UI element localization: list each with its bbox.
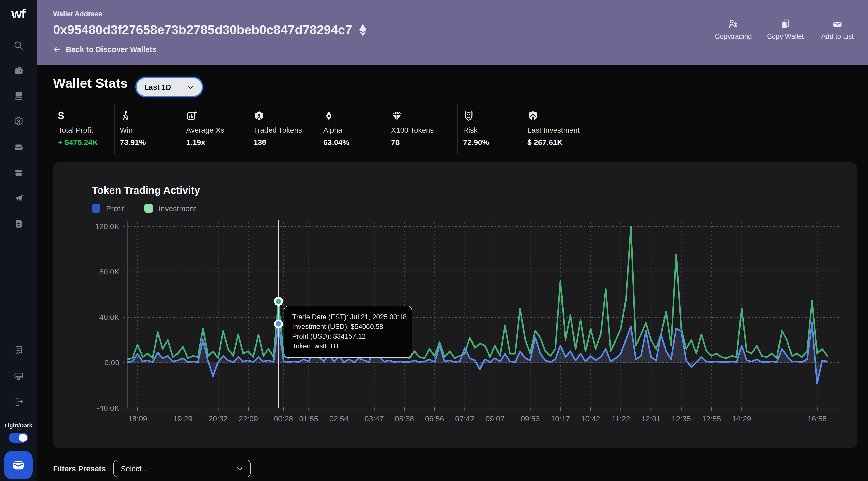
sidebar-item-tokens[interactable]	[0, 116, 37, 126]
y-tick-label: 80.0K	[99, 268, 119, 276]
trading-activity-card: Token Trading Activity Profit Investment…	[53, 162, 857, 448]
sidebar-item-layers[interactable]	[0, 167, 37, 178]
arrow-left-icon	[53, 45, 61, 53]
x-tick-label: 20:32	[209, 415, 228, 423]
x-tick-label: 03:47	[365, 415, 384, 423]
x-tick-label: 12:01	[642, 415, 661, 423]
chart-title: Token Trading Activity	[92, 185, 200, 197]
tooltip-trade-date: Trade Date (EST): Jul 21, 2025 00:18	[292, 312, 403, 322]
copytrading-button[interactable]: Copytrading	[710, 18, 757, 40]
monitor-icon	[13, 371, 24, 382]
stat-alpha: Alpha 63.04%	[318, 104, 386, 154]
legend-item-profit[interactable]: Profit	[92, 204, 124, 213]
back-to-discover-link[interactable]: Back to Discover Wallets	[53, 45, 157, 54]
tooltip-investment: Investment (USD): $54060.58	[292, 322, 403, 332]
x-tick-label: 22:09	[239, 415, 258, 423]
stats-row: $ Total Profit + $475.24K Win 73.91% Ave…	[53, 104, 587, 154]
time-range-select[interactable]: Last 1D	[137, 78, 202, 96]
filters-presets-select[interactable]: Select...	[113, 459, 251, 477]
chart-legend: Profit Investment	[92, 204, 196, 213]
wallet-card-icon	[832, 18, 843, 30]
telegram-icon	[13, 193, 24, 204]
sidebar-item-logout[interactable]	[0, 396, 37, 407]
copy-wallet-label: Copy Wallet	[767, 33, 804, 40]
stat-value: 72.90%	[463, 138, 522, 146]
legend-item-investment[interactable]: Investment	[144, 204, 196, 213]
light-dark-label: Light/Dark	[0, 422, 37, 428]
stat-risk: Risk 72.90%	[458, 104, 522, 154]
add-to-list-label: Add to List	[821, 33, 854, 40]
investment-swatch	[144, 204, 153, 213]
stat-label: Risk	[463, 126, 522, 134]
trading-chart-svg[interactable]: 120.0K80.0K40.0K0.00-40.0K18:0919:2920:3…	[62, 219, 847, 439]
toggle-knob	[19, 433, 27, 442]
stat-value: 78	[391, 138, 458, 146]
search-icon	[13, 40, 24, 51]
x-tick-label: 12:35	[672, 415, 691, 423]
ledger-icon	[13, 90, 24, 101]
stat-traded-tokens: Traded Tokens 138	[248, 104, 318, 154]
y-tick-label: 40.0K	[99, 313, 119, 321]
investment-marker-dot	[275, 298, 282, 305]
sidebar-item-document[interactable]	[0, 218, 37, 229]
x-tick-label: 00:28	[274, 415, 293, 423]
copy-icon	[780, 18, 791, 30]
time-range-value: Last 1D	[144, 83, 171, 91]
x-tick-label: 16:58	[808, 415, 827, 423]
document-icon	[13, 218, 24, 229]
chart-plus-icon	[186, 109, 248, 121]
x-tick-label: 19:29	[174, 415, 192, 423]
legend-label: Investment	[159, 204, 196, 213]
stat-label: Traded Tokens	[253, 126, 318, 134]
stat-label: Last Investment	[527, 126, 586, 134]
stat-value: $ 267.61K	[527, 138, 586, 146]
stat-label: Average Xs	[186, 126, 248, 134]
sidebar-item-wallet[interactable]	[0, 65, 37, 76]
copy-wallet-button[interactable]: Copy Wallet	[762, 18, 809, 40]
sidebar: wf Light/Dark	[0, 0, 37, 481]
sidebar-item-ledger[interactable]	[0, 90, 37, 101]
token-cube-icon	[253, 109, 318, 121]
chevron-down-icon	[236, 465, 243, 472]
stat-label: Alpha	[323, 126, 385, 134]
profit-marker-dot	[275, 320, 282, 328]
x-tick-label: 06:56	[425, 415, 444, 423]
x-tick-label: 12:55	[702, 415, 721, 423]
sidebar-item-telegram[interactable]	[0, 193, 37, 204]
x-tick-label: 18:09	[128, 415, 147, 423]
stat-value: 73.91%	[120, 138, 181, 146]
chart-area[interactable]: 120.0K80.0K40.0K0.00-40.0K18:0919:2920:3…	[62, 219, 847, 439]
y-tick-label: 0.00	[104, 358, 119, 367]
profit-swatch	[92, 204, 100, 213]
sidebar-item-card[interactable]	[0, 142, 37, 152]
stat-win: Win 73.91%	[115, 104, 181, 154]
diamond-icon	[323, 109, 385, 121]
x-tick-label: 01:55	[299, 415, 318, 423]
ethereum-icon	[358, 23, 367, 36]
stat-last-investment: Last Investment $ 267.61K	[522, 104, 587, 154]
copytrading-users-icon	[728, 18, 739, 30]
sidebar-item-search[interactable]	[0, 40, 37, 51]
layers-icon	[13, 167, 24, 178]
sidebar-item-receipt[interactable]	[0, 345, 37, 356]
dollar-icon: $	[58, 109, 114, 121]
stat-average-xs: Average Xs 1.19x	[181, 104, 248, 154]
wallet-quick-button[interactable]	[4, 451, 33, 479]
copytrading-label: Copytrading	[715, 33, 752, 40]
shield-home-icon	[527, 109, 586, 121]
sidebar-item-monitor[interactable]	[0, 371, 37, 382]
profit-area	[127, 323, 827, 383]
stat-value: 138	[253, 138, 318, 146]
mask-icon	[463, 109, 522, 121]
tooltip-token: Token: wstETH	[292, 341, 403, 351]
card-wallet-icon	[13, 142, 24, 152]
wallet-address-label: Wallet Address	[53, 10, 102, 18]
light-dark-toggle[interactable]	[9, 432, 28, 443]
back-link-label: Back to Discover Wallets	[66, 45, 157, 54]
y-tick-label: 120.0K	[95, 222, 119, 231]
walker-icon	[120, 109, 181, 121]
x-tick-label: 02:54	[330, 415, 348, 423]
add-to-list-button[interactable]: Add to List	[814, 18, 861, 40]
gem-icon	[391, 109, 458, 121]
stat-label: X100 Tokens	[391, 126, 458, 134]
